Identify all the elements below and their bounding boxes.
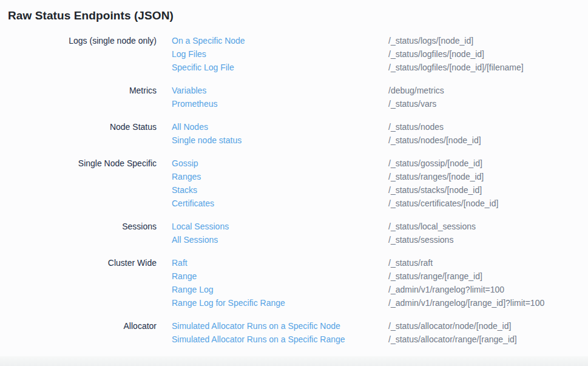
- endpoint-link[interactable]: All Nodes: [172, 120, 388, 134]
- endpoint-link[interactable]: Prometheus: [172, 97, 388, 110]
- endpoints-table: Logs (single node only) On a Specific No…: [8, 34, 588, 346]
- endpoint-row: Specific Log File /_status/logfiles/[nod…: [172, 61, 588, 74]
- endpoint-row: Simulated Allocator Runs on a Specific N…: [172, 319, 588, 333]
- endpoints-page: Raw Status Endpoints (JSON) Logs (single…: [0, 0, 588, 346]
- endpoint-group: Cluster Wide Raft /_status/raft Range /_…: [8, 256, 588, 310]
- endpoint-link[interactable]: All Sessions: [172, 233, 388, 246]
- endpoint-row: All Nodes /_status/nodes: [172, 120, 588, 134]
- endpoint-link[interactable]: Range: [172, 269, 388, 283]
- endpoint-path: /_admin/v1/rangelog/[range_id]?limit=100: [388, 296, 544, 310]
- endpoint-link[interactable]: On a Specific Node: [172, 34, 388, 47]
- bottom-band: [0, 356, 588, 366]
- endpoint-path: /_status/ranges/[node_id]: [388, 170, 484, 183]
- page-title: Raw Status Endpoints (JSON): [8, 8, 588, 24]
- endpoint-link[interactable]: Local Sessions: [172, 220, 388, 233]
- endpoint-row: Local Sessions /_status/local_sessions: [172, 220, 588, 233]
- category-label: Logs (single node only): [8, 34, 157, 47]
- endpoint-path: /_status/logs/[node_id]: [388, 34, 473, 47]
- endpoint-path: /_status/gossip/[node_id]: [388, 157, 482, 170]
- endpoint-row: Certificates /_status/certificates/[node…: [172, 197, 588, 210]
- endpoint-path: /debug/metrics: [388, 84, 444, 97]
- endpoint-link[interactable]: Stacks: [172, 183, 388, 197]
- category-label: Single Node Specific: [8, 157, 157, 170]
- endpoint-link[interactable]: Gossip: [172, 157, 388, 170]
- endpoint-group: Single Node Specific Gossip /_status/gos…: [8, 157, 588, 210]
- endpoint-path: /_status/vars: [388, 97, 436, 110]
- endpoint-row: All Sessions /_status/sessions: [172, 233, 588, 246]
- endpoint-group: Metrics Variables /debug/metrics Prometh…: [8, 84, 588, 110]
- group-rows: Variables /debug/metrics Prometheus /_st…: [172, 84, 588, 110]
- endpoint-row: Prometheus /_status/vars: [172, 97, 588, 110]
- group-rows: All Nodes /_status/nodes Single node sta…: [172, 120, 588, 147]
- endpoint-path: /_status/raft: [388, 256, 433, 269]
- endpoint-group: Node Status All Nodes /_status/nodes Sin…: [8, 120, 588, 147]
- endpoint-path: /_admin/v1/rangelog?limit=100: [388, 283, 504, 296]
- endpoint-path: /_status/certificates/[node_id]: [388, 197, 498, 210]
- category-label: Node Status: [8, 120, 157, 134]
- endpoint-link[interactable]: Simulated Allocator Runs on a Specific R…: [172, 333, 388, 346]
- endpoint-row: Gossip /_status/gossip/[node_id]: [172, 157, 588, 170]
- endpoint-group: Allocator Simulated Allocator Runs on a …: [8, 319, 588, 346]
- endpoint-link[interactable]: Single node status: [172, 134, 388, 147]
- group-rows: On a Specific Node /_status/logs/[node_i…: [172, 34, 588, 74]
- endpoint-path: /_status/allocator/range/[range_id]: [388, 333, 517, 346]
- endpoint-path: /_status/nodes: [388, 120, 444, 134]
- endpoint-group: Logs (single node only) On a Specific No…: [8, 34, 588, 74]
- endpoint-row: Stacks /_status/stacks/[node_id]: [172, 183, 588, 197]
- group-rows: Local Sessions /_status/local_sessions A…: [172, 220, 588, 246]
- endpoint-row: Range /_status/range/[range_id]: [172, 269, 588, 283]
- endpoint-path: /_status/range/[range_id]: [388, 269, 482, 283]
- endpoint-path: /_status/nodes/[node_id]: [388, 134, 481, 147]
- endpoint-link[interactable]: Range Log: [172, 283, 388, 296]
- endpoint-row: Log Files /_status/logfiles/[node_id]: [172, 47, 588, 61]
- endpoint-group: Sessions Local Sessions /_status/local_s…: [8, 220, 588, 246]
- endpoint-path: /_status/sessions: [388, 233, 453, 246]
- group-rows: Raft /_status/raft Range /_status/range/…: [172, 256, 588, 310]
- group-rows: Gossip /_status/gossip/[node_id] Ranges …: [172, 157, 588, 210]
- endpoint-row: Range Log for Specific Range /_admin/v1/…: [172, 296, 588, 310]
- endpoint-row: Range Log /_admin/v1/rangelog?limit=100: [172, 283, 588, 296]
- endpoint-link[interactable]: Specific Log File: [172, 61, 388, 74]
- endpoint-row: Variables /debug/metrics: [172, 84, 588, 97]
- category-label: Metrics: [8, 84, 157, 97]
- category-label: Sessions: [8, 220, 157, 233]
- category-label: Cluster Wide: [8, 256, 157, 269]
- endpoint-link[interactable]: Simulated Allocator Runs on a Specific N…: [172, 319, 388, 333]
- endpoint-path: /_status/logfiles/[node_id]/[filename]: [388, 61, 524, 74]
- endpoint-row: Simulated Allocator Runs on a Specific R…: [172, 333, 588, 346]
- endpoint-path: /_status/logfiles/[node_id]: [388, 47, 484, 61]
- group-rows: Simulated Allocator Runs on a Specific N…: [172, 319, 588, 346]
- endpoint-row: On a Specific Node /_status/logs/[node_i…: [172, 34, 588, 47]
- endpoint-link[interactable]: Variables: [172, 84, 388, 97]
- endpoint-row: Ranges /_status/ranges/[node_id]: [172, 170, 588, 183]
- endpoint-link[interactable]: Raft: [172, 256, 388, 269]
- endpoint-link[interactable]: Log Files: [172, 47, 388, 61]
- endpoint-link[interactable]: Range Log for Specific Range: [172, 296, 388, 310]
- endpoint-link[interactable]: Certificates: [172, 197, 388, 210]
- category-label: Allocator: [8, 319, 157, 333]
- endpoint-link[interactable]: Ranges: [172, 170, 388, 183]
- endpoint-row: Single node status /_status/nodes/[node_…: [172, 134, 588, 147]
- endpoint-path: /_status/local_sessions: [388, 220, 476, 233]
- endpoint-row: Raft /_status/raft: [172, 256, 588, 269]
- endpoint-path: /_status/stacks/[node_id]: [388, 183, 482, 197]
- endpoint-path: /_status/allocator/node/[node_id]: [388, 319, 511, 333]
